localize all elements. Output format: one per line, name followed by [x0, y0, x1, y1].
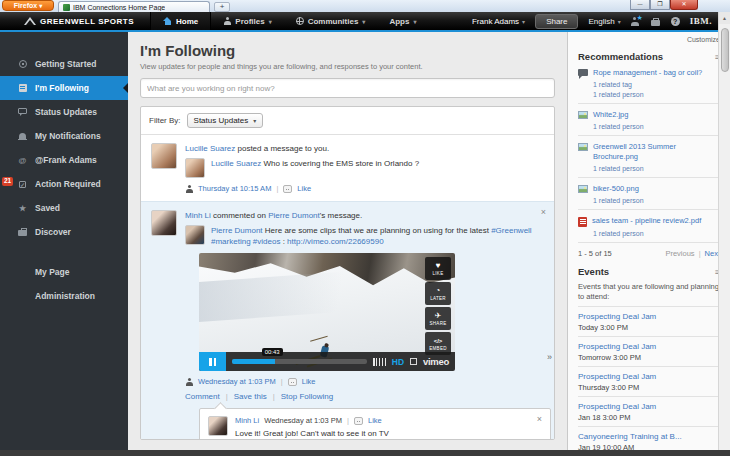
pause-button[interactable]: [199, 352, 226, 371]
avatar[interactable]: [208, 416, 228, 436]
sidebar-item-my-notifications[interactable]: My Notifications: [0, 124, 128, 148]
nav-communities[interactable]: Communities: [284, 12, 378, 30]
hd-toggle[interactable]: HD: [392, 357, 404, 367]
at-icon: @: [18, 156, 27, 165]
video-like-label: LIKE: [433, 271, 444, 276]
restore-button[interactable]: [650, 0, 670, 10]
briefcase-icon: [18, 230, 27, 236]
hashtag-link[interactable]: #videos: [253, 237, 281, 246]
minimize-button[interactable]: [630, 0, 650, 10]
related-person-link[interactable]: 1 related person: [593, 197, 720, 204]
separator: |: [276, 184, 278, 193]
message-text: Who is covering the EMS store in Orlando…: [263, 159, 419, 168]
related-tag-link[interactable]: 1 related tag: [593, 81, 720, 88]
video-later-button[interactable]: ◔ LATER: [425, 282, 451, 305]
related-person-link[interactable]: 1 related person: [593, 230, 720, 237]
avatar[interactable]: [185, 225, 205, 245]
status-update-input[interactable]: [140, 78, 555, 98]
close-icon[interactable]: [537, 415, 542, 423]
nav-profiles[interactable]: Profiles: [211, 12, 283, 30]
avatar[interactable]: [151, 210, 177, 236]
sidebar-item-getting-started[interactable]: Getting Started: [0, 52, 128, 76]
fullscreen-icon[interactable]: [410, 358, 417, 365]
timestamp-link[interactable]: Wednesday at 1:03 PM: [198, 377, 276, 386]
sidebar-item-im-following[interactable]: I'm Following: [0, 76, 128, 100]
recommendation-link[interactable]: White2.jpg: [593, 110, 628, 120]
event-item: Prospecting Deal Jam Today 3:00 PM: [578, 307, 720, 337]
event-item: Prospecting Deal Jam Jan 18 3:00 PM: [578, 397, 720, 427]
nav-apps[interactable]: Apps: [377, 12, 428, 30]
checkbox-icon: ✓: [19, 181, 26, 188]
actor-link[interactable]: Lucille Suarez: [185, 144, 235, 153]
firefox-menu-button[interactable]: Firefox: [2, 0, 54, 11]
sidebar-item-status-updates[interactable]: Status Updates: [0, 100, 128, 124]
filter-dropdown[interactable]: Status Updates: [187, 113, 264, 128]
event-link[interactable]: Canyoneering Training at B...: [578, 432, 682, 441]
hashtag-link[interactable]: #marketing: [211, 237, 251, 246]
stop-following-link[interactable]: Stop Following: [281, 392, 333, 401]
related-person-link[interactable]: 1 related person: [593, 123, 720, 130]
collapse-panel-icon[interactable]: [547, 352, 552, 362]
scroll-up-arrow-icon[interactable]: [719, 12, 730, 24]
sidebar-item-administration[interactable]: Administration: [0, 284, 128, 308]
event-link[interactable]: Prospecting Deal Jam: [578, 312, 656, 321]
briefcase-icon[interactable]: [651, 17, 661, 26]
target-link[interactable]: Pierre Dumont: [268, 211, 320, 220]
language-menu[interactable]: English ▾: [588, 17, 620, 26]
sidebar-item-saved[interactable]: ★ Saved: [0, 196, 128, 220]
scrollbar-thumb[interactable]: [721, 28, 729, 72]
connections-favicon-icon: [63, 4, 70, 11]
vimeo-video-player[interactable]: ♥ LIKE ◔ LATER ✈ SHARE: [199, 253, 455, 371]
video-share-button[interactable]: ✈ SHARE: [425, 307, 451, 330]
comment-author-link[interactable]: Minh Li: [235, 416, 259, 425]
new-tab-button[interactable]: +: [214, 2, 230, 12]
share-button[interactable]: Share: [535, 14, 578, 29]
video-progress-bar[interactable]: 00:43: [232, 359, 367, 364]
recommendation-item: Greenwell 2013 Summer Brochure.png 1 rel…: [578, 136, 720, 178]
related-person-link[interactable]: 1 related person: [593, 91, 720, 98]
browser-tab[interactable]: IBM Connections Home Page: [58, 1, 210, 12]
like-link[interactable]: Like: [297, 184, 311, 193]
recommendation-link[interactable]: Greenwell 2013 Summer Brochure.png: [593, 142, 720, 162]
close-window-button[interactable]: [670, 0, 698, 10]
nav-home[interactable]: Home: [150, 12, 211, 30]
recommendation-link[interactable]: biker-500.png: [593, 184, 639, 194]
hashtag-link[interactable]: #Greenwell: [491, 226, 531, 235]
avatar[interactable]: [151, 143, 177, 169]
like-link[interactable]: Like: [302, 377, 316, 386]
author-link[interactable]: Lucille Suarez: [211, 159, 261, 168]
help-icon[interactable]: ?: [671, 17, 680, 26]
brand[interactable]: GREENWELL SPORTS: [24, 17, 134, 26]
invite-person-icon[interactable]: ★: [631, 17, 641, 26]
save-this-link[interactable]: Save this: [234, 392, 267, 401]
author-link[interactable]: Pierre Dumont: [211, 226, 263, 235]
mountain-logo-icon: [24, 17, 36, 25]
sidebar-item-action-required[interactable]: 21 ✓ Action Required: [0, 172, 128, 196]
close-icon[interactable]: [541, 208, 546, 216]
recommendation-item: White2.jpg 1 related person: [578, 104, 720, 136]
action-text: commented on: [213, 211, 266, 220]
previous-link[interactable]: Previous: [665, 249, 694, 258]
recommendation-link[interactable]: Rope management - bag or coil?: [593, 68, 702, 78]
related-person-link[interactable]: 1 related person: [593, 165, 720, 172]
sidebar-item-mentions[interactable]: @ @Frank Adams: [0, 148, 128, 172]
like-link[interactable]: Like: [368, 416, 382, 425]
actor-link[interactable]: Minh Li: [185, 211, 211, 220]
feed-item-minh-li: Minh Li commented on Pierre Dumont's mes…: [141, 201, 554, 440]
browser-scrollbar[interactable]: [718, 12, 730, 450]
customize-link[interactable]: Customize: [578, 36, 720, 43]
sidebar-item-my-page[interactable]: My Page: [0, 260, 128, 284]
timestamp-link[interactable]: Thursday at 10:15 AM: [198, 184, 271, 193]
event-link[interactable]: Prospecting Deal Jam: [578, 342, 656, 351]
video-url-link[interactable]: http://vimeo.com/22669590: [287, 237, 384, 246]
user-menu[interactable]: Frank Adams ▾: [472, 17, 525, 26]
volume-bars-icon[interactable]: [373, 358, 386, 366]
sidebar-item-discover[interactable]: Discover: [0, 220, 128, 244]
video-like-button[interactable]: ♥ LIKE: [425, 257, 451, 280]
event-link[interactable]: Prospecting Deal Jam: [578, 402, 656, 411]
event-link[interactable]: Prospecting Deal Jam: [578, 372, 656, 381]
comment-link[interactable]: Comment: [185, 392, 220, 401]
avatar[interactable]: [185, 158, 205, 178]
recommendation-link[interactable]: sales team - pipeline review2.pdf: [592, 216, 701, 226]
separator: |: [226, 392, 228, 401]
